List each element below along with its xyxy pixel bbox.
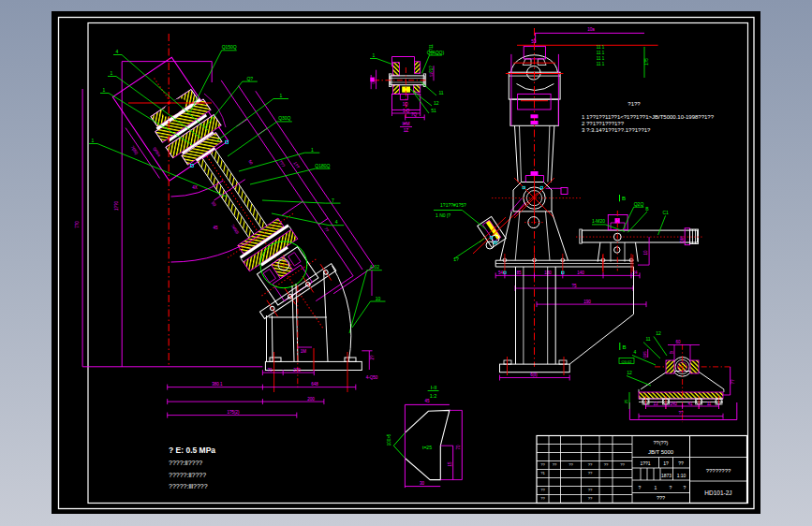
svg-text:B: B bbox=[622, 344, 626, 350]
svg-text:1: 1 bbox=[311, 147, 314, 153]
svg-text:100>5: 100>5 bbox=[387, 433, 391, 446]
svg-text:HD101-2J: HD101-2J bbox=[704, 489, 731, 496]
svg-text:1: 1 bbox=[103, 87, 106, 93]
svg-text:4-Q50: 4-Q50 bbox=[366, 375, 378, 380]
svg-text:? E: 0.5 MPa: ? E: 0.5 MPa bbox=[169, 446, 215, 455]
svg-text:50: 50 bbox=[531, 39, 537, 44]
svg-text:?5: ?5 bbox=[571, 284, 577, 288]
svg-text:7Q: 7Q bbox=[411, 112, 418, 117]
svg-text:I#M: I#M bbox=[403, 122, 410, 126]
svg-text:54: 54 bbox=[498, 270, 504, 275]
svg-text:4: 4 bbox=[335, 219, 338, 225]
svg-text:45: 45 bbox=[213, 226, 218, 230]
svg-text:4: 4 bbox=[634, 349, 637, 355]
svg-text:85: 85 bbox=[516, 270, 522, 275]
svg-text:1: 1 bbox=[280, 93, 283, 98]
svg-text:380.1: 380.1 bbox=[212, 382, 223, 387]
svg-text:11 1: 11 1 bbox=[597, 51, 605, 55]
svg-text:1: 1 bbox=[373, 52, 376, 58]
svg-text:??: ?? bbox=[540, 496, 545, 501]
svg-text:51: 51 bbox=[431, 108, 436, 113]
svg-text:Q05: Q05 bbox=[371, 76, 376, 83]
svg-text:t=25: t=25 bbox=[422, 445, 432, 450]
svg-text:???: ??? bbox=[657, 495, 665, 501]
svg-text:Q180Q: Q180Q bbox=[315, 163, 330, 168]
svg-text:1: 1 bbox=[92, 138, 95, 143]
svg-text:??: ?? bbox=[620, 462, 625, 467]
svg-text:3 ?:3.14?1??1??.1??1??1?: 3 ?:3.14?1??1??.1??1??1? bbox=[582, 127, 651, 133]
svg-text:????:ll????: ????:ll???? bbox=[169, 460, 202, 466]
svg-text:1?: 1? bbox=[663, 460, 669, 466]
svg-text:60: 60 bbox=[675, 340, 681, 344]
svg-text:1:10: 1:10 bbox=[677, 473, 687, 478]
svg-text:190: 190 bbox=[583, 300, 591, 304]
svg-text:??: ?? bbox=[540, 462, 545, 467]
svg-text:I-II: I-II bbox=[431, 385, 437, 390]
svg-text:????????: ???????? bbox=[706, 468, 731, 474]
svg-text:1 1??1??11??1<?1??1??1>JB/T50: 1 1??1??11??1<?1??1??1>JB/T5000.10-1998?… bbox=[582, 114, 715, 120]
svg-text:1??1: 1??1 bbox=[640, 460, 650, 466]
svg-text:1:2: 1:2 bbox=[430, 393, 437, 399]
svg-text:25: 25 bbox=[624, 399, 628, 403]
svg-text:10: 10 bbox=[376, 296, 381, 301]
svg-text:Q0.02: Q0.02 bbox=[622, 359, 633, 364]
svg-text:2 ??1??1???1??: 2 ??1??1???1?? bbox=[582, 121, 625, 126]
svg-text:Q?: Q? bbox=[246, 76, 253, 81]
svg-text:?: ? bbox=[670, 485, 672, 490]
svg-text:??: ?? bbox=[588, 496, 593, 501]
svg-text:JB/T 5000: JB/T 5000 bbox=[648, 449, 674, 455]
svg-text:1.Q: 1.Q bbox=[403, 109, 410, 113]
svg-text:1873: 1873 bbox=[661, 473, 672, 478]
svg-text:180: 180 bbox=[544, 270, 552, 275]
svg-text:?1??: ?1?? bbox=[627, 101, 641, 107]
svg-text:Q150Q: Q150Q bbox=[222, 44, 237, 50]
svg-text:Q30Q: Q30Q bbox=[278, 115, 290, 121]
svg-text:1??0: 1??0 bbox=[114, 200, 119, 211]
svg-text:1Z: 1Z bbox=[404, 128, 409, 133]
svg-text:6(ll): 6(ll) bbox=[530, 373, 538, 377]
svg-text:?????:ll????: ?????:ll???? bbox=[169, 472, 206, 478]
svg-text:10a: 10a bbox=[587, 27, 595, 32]
svg-text:??: ?? bbox=[568, 462, 573, 467]
svg-text:?: ? bbox=[639, 485, 642, 490]
svg-text:13: 13 bbox=[653, 402, 658, 406]
svg-text:41: 41 bbox=[687, 402, 693, 406]
svg-text:??: ?? bbox=[678, 411, 684, 416]
svg-text:4X: 4X bbox=[192, 185, 198, 190]
svg-text:??: ?? bbox=[553, 462, 557, 467]
svg-text:1-M20: 1-M20 bbox=[592, 218, 605, 224]
svg-text:70: 70 bbox=[456, 445, 461, 450]
svg-text:1 N0 |?: 1 N0 |? bbox=[436, 212, 450, 218]
svg-text:11 1: 11 1 bbox=[597, 45, 605, 50]
svg-text:10: 10 bbox=[643, 250, 648, 256]
svg-text:??(??): ??(??) bbox=[654, 440, 669, 446]
svg-text:45: 45 bbox=[670, 350, 674, 355]
svg-text:30: 30 bbox=[420, 481, 425, 486]
svg-text:QM: QM bbox=[680, 236, 685, 243]
svg-text:2?: 2? bbox=[370, 355, 375, 360]
svg-text:??: ?? bbox=[588, 471, 593, 475]
svg-text:1M: 1M bbox=[301, 349, 307, 354]
svg-text:Q2Q: Q2Q bbox=[634, 201, 644, 207]
svg-text:?1: ?1 bbox=[540, 471, 545, 475]
svg-text:??: ?? bbox=[678, 460, 684, 466]
svg-text:1?1??#1?5?: 1?1??#1?5? bbox=[440, 202, 466, 208]
svg-text:4: 4 bbox=[116, 49, 119, 54]
svg-text:45: 45 bbox=[424, 399, 430, 403]
svg-text:7?0: 7?0 bbox=[75, 221, 80, 228]
svg-text:Q25: Q25 bbox=[642, 350, 647, 358]
svg-text:??: ?? bbox=[588, 462, 593, 467]
svg-text:1?5: 1?5 bbox=[644, 58, 649, 66]
svg-text:200: 200 bbox=[307, 397, 315, 402]
svg-text:12: 12 bbox=[434, 100, 439, 106]
svg-text:15: 15 bbox=[448, 461, 452, 467]
svg-text:1: 1 bbox=[111, 70, 113, 76]
svg-text:??: ?? bbox=[540, 488, 545, 492]
svg-text:??: ?? bbox=[731, 379, 735, 385]
svg-text:270: 270 bbox=[293, 368, 301, 373]
svg-text:11: 11 bbox=[707, 402, 712, 406]
svg-text:1Q: 1Q bbox=[403, 102, 409, 107]
svg-text:1?5(2): 1?5(2) bbox=[227, 410, 240, 415]
svg-text:?1?: ?1? bbox=[429, 66, 434, 73]
svg-text:7: 7 bbox=[332, 197, 334, 203]
